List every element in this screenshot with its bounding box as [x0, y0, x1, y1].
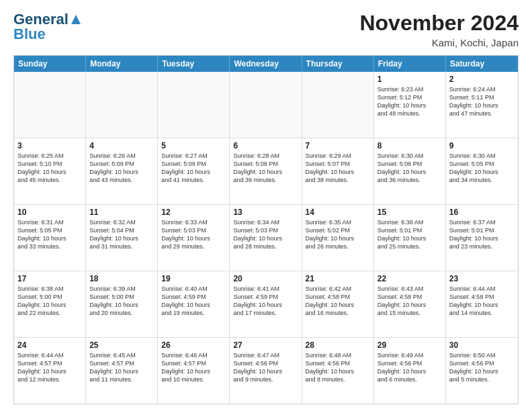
cell-info-5: Sunrise: 6:27 AM Sunset: 5:09 PM Dayligh… — [161, 152, 226, 185]
week-row-1: 3Sunrise: 6:25 AM Sunset: 5:10 PM Daylig… — [14, 138, 518, 205]
cell-2-1: 11Sunrise: 6:32 AM Sunset: 5:04 PM Dayli… — [86, 205, 158, 271]
subtitle: Kami, Kochi, Japan — [359, 37, 519, 48]
cell-0-2 — [158, 72, 230, 138]
cell-4-0: 24Sunrise: 6:44 AM Sunset: 4:57 PM Dayli… — [14, 338, 86, 404]
col-saturday: Saturday — [446, 56, 518, 72]
day-number-2: 2 — [449, 75, 515, 84]
cell-info-26: Sunrise: 6:46 AM Sunset: 4:57 PM Dayligh… — [161, 351, 226, 384]
day-number-28: 28 — [306, 340, 370, 350]
cell-4-3: 27Sunrise: 6:47 AM Sunset: 4:56 PM Dayli… — [230, 338, 302, 404]
cell-info-16: Sunrise: 6:37 AM Sunset: 5:01 PM Dayligh… — [449, 218, 515, 251]
col-thursday: Thursday — [302, 56, 374, 72]
cell-info-22: Sunrise: 6:43 AM Sunset: 4:58 PM Dayligh… — [378, 285, 442, 318]
cell-3-3: 20Sunrise: 6:41 AM Sunset: 4:59 PM Dayli… — [230, 271, 302, 337]
cell-1-6: 9Sunrise: 6:30 AM Sunset: 5:05 PM Daylig… — [446, 138, 518, 204]
cell-info-23: Sunrise: 6:44 AM Sunset: 4:58 PM Dayligh… — [449, 285, 515, 318]
cell-info-11: Sunrise: 6:32 AM Sunset: 5:04 PM Dayligh… — [89, 218, 154, 251]
day-number-27: 27 — [233, 340, 298, 350]
cell-1-2: 5Sunrise: 6:27 AM Sunset: 5:09 PM Daylig… — [158, 138, 230, 204]
cell-3-4: 21Sunrise: 6:42 AM Sunset: 4:58 PM Dayli… — [302, 271, 374, 337]
day-number-17: 17 — [17, 274, 82, 283]
day-number-13: 13 — [233, 208, 298, 217]
day-number-6: 6 — [233, 141, 298, 150]
cell-info-25: Sunrise: 6:45 AM Sunset: 4:57 PM Dayligh… — [89, 351, 154, 384]
cell-info-6: Sunrise: 6:28 AM Sunset: 5:08 PM Dayligh… — [233, 152, 298, 185]
calendar-header: Sunday Monday Tuesday Wednesday Thursday… — [14, 56, 518, 72]
cell-4-2: 26Sunrise: 6:46 AM Sunset: 4:57 PM Dayli… — [158, 338, 230, 404]
day-number-21: 21 — [306, 274, 370, 283]
cell-1-3: 6Sunrise: 6:28 AM Sunset: 5:08 PM Daylig… — [230, 138, 302, 204]
day-number-3: 3 — [17, 141, 82, 150]
cell-info-21: Sunrise: 6:42 AM Sunset: 4:58 PM Dayligh… — [306, 285, 370, 318]
cell-info-15: Sunrise: 6:36 AM Sunset: 5:01 PM Dayligh… — [378, 218, 442, 251]
cell-2-6: 16Sunrise: 6:37 AM Sunset: 5:01 PM Dayli… — [446, 205, 518, 271]
day-number-16: 16 — [449, 208, 515, 217]
cell-0-1 — [86, 72, 158, 138]
cell-info-30: Sunrise: 6:50 AM Sunset: 4:56 PM Dayligh… — [449, 351, 515, 384]
cell-0-0 — [14, 72, 86, 138]
cell-info-14: Sunrise: 6:35 AM Sunset: 5:02 PM Dayligh… — [306, 218, 370, 251]
cell-info-1: Sunrise: 6:23 AM Sunset: 5:12 PM Dayligh… — [378, 85, 442, 118]
cell-info-24: Sunrise: 6:44 AM Sunset: 4:57 PM Dayligh… — [17, 351, 82, 384]
day-number-23: 23 — [449, 274, 515, 283]
svg-marker-0 — [71, 15, 81, 24]
day-number-8: 8 — [378, 141, 442, 150]
day-number-22: 22 — [378, 274, 442, 283]
cell-info-8: Sunrise: 6:30 AM Sunset: 5:06 PM Dayligh… — [378, 152, 442, 185]
cell-1-5: 8Sunrise: 6:30 AM Sunset: 5:06 PM Daylig… — [374, 138, 446, 204]
logo: General Blue — [13, 11, 82, 43]
day-number-14: 14 — [306, 208, 370, 217]
cell-0-4 — [302, 72, 374, 138]
day-number-9: 9 — [449, 141, 515, 150]
day-number-18: 18 — [89, 274, 154, 283]
cell-info-28: Sunrise: 6:48 AM Sunset: 4:56 PM Dayligh… — [306, 351, 370, 384]
cell-2-0: 10Sunrise: 6:31 AM Sunset: 5:05 PM Dayli… — [14, 205, 86, 271]
calendar-body: 1Sunrise: 6:23 AM Sunset: 5:12 PM Daylig… — [14, 72, 518, 404]
cell-1-4: 7Sunrise: 6:29 AM Sunset: 5:07 PM Daylig… — [302, 138, 374, 204]
cell-info-3: Sunrise: 6:25 AM Sunset: 5:10 PM Dayligh… — [17, 152, 82, 185]
col-tuesday: Tuesday — [158, 56, 230, 72]
calendar: Sunday Monday Tuesday Wednesday Thursday… — [13, 55, 519, 404]
cell-1-0: 3Sunrise: 6:25 AM Sunset: 5:10 PM Daylig… — [14, 138, 86, 204]
cell-2-4: 14Sunrise: 6:35 AM Sunset: 5:02 PM Dayli… — [302, 205, 374, 271]
week-row-2: 10Sunrise: 6:31 AM Sunset: 5:05 PM Dayli… — [14, 205, 518, 271]
day-number-12: 12 — [161, 208, 226, 217]
day-number-30: 30 — [449, 340, 515, 350]
day-number-24: 24 — [17, 340, 82, 350]
title-block: November 2024 Kami, Kochi, Japan — [359, 11, 519, 48]
day-number-15: 15 — [378, 208, 442, 217]
day-number-11: 11 — [89, 208, 154, 217]
week-row-0: 1Sunrise: 6:23 AM Sunset: 5:12 PM Daylig… — [14, 72, 518, 138]
cell-info-12: Sunrise: 6:33 AM Sunset: 5:03 PM Dayligh… — [161, 218, 226, 251]
cell-info-7: Sunrise: 6:29 AM Sunset: 5:07 PM Dayligh… — [306, 152, 370, 185]
logo-icon — [70, 13, 82, 26]
week-row-4: 24Sunrise: 6:44 AM Sunset: 4:57 PM Dayli… — [14, 338, 518, 404]
cell-info-27: Sunrise: 6:47 AM Sunset: 4:56 PM Dayligh… — [233, 351, 298, 384]
page: General Blue November 2024 Kami, Kochi, … — [0, 0, 532, 411]
day-number-7: 7 — [306, 141, 370, 150]
cell-1-1: 4Sunrise: 6:26 AM Sunset: 5:09 PM Daylig… — [86, 138, 158, 204]
cell-info-2: Sunrise: 6:24 AM Sunset: 5:11 PM Dayligh… — [449, 85, 515, 118]
cell-info-29: Sunrise: 6:49 AM Sunset: 4:56 PM Dayligh… — [378, 351, 442, 384]
cell-2-5: 15Sunrise: 6:36 AM Sunset: 5:01 PM Dayli… — [374, 205, 446, 271]
cell-4-4: 28Sunrise: 6:48 AM Sunset: 4:56 PM Dayli… — [302, 338, 374, 404]
week-row-3: 17Sunrise: 6:38 AM Sunset: 5:00 PM Dayli… — [14, 271, 518, 338]
header: General Blue November 2024 Kami, Kochi, … — [13, 11, 519, 48]
col-sunday: Sunday — [14, 56, 86, 72]
cell-4-5: 29Sunrise: 6:49 AM Sunset: 4:56 PM Dayli… — [374, 338, 446, 404]
cell-info-9: Sunrise: 6:30 AM Sunset: 5:05 PM Dayligh… — [449, 152, 515, 185]
cell-0-6: 2Sunrise: 6:24 AM Sunset: 5:11 PM Daylig… — [446, 72, 518, 138]
cell-0-3 — [230, 72, 302, 138]
cell-4-1: 25Sunrise: 6:45 AM Sunset: 4:57 PM Dayli… — [86, 338, 158, 404]
day-number-26: 26 — [161, 340, 226, 350]
cell-3-0: 17Sunrise: 6:38 AM Sunset: 5:00 PM Dayli… — [14, 271, 86, 337]
cell-2-3: 13Sunrise: 6:34 AM Sunset: 5:03 PM Dayli… — [230, 205, 302, 271]
col-wednesday: Wednesday — [230, 56, 302, 72]
cell-info-17: Sunrise: 6:38 AM Sunset: 5:00 PM Dayligh… — [17, 285, 82, 318]
cell-info-19: Sunrise: 6:40 AM Sunset: 4:59 PM Dayligh… — [161, 285, 226, 318]
cell-info-20: Sunrise: 6:41 AM Sunset: 4:59 PM Dayligh… — [233, 285, 298, 318]
cell-3-6: 23Sunrise: 6:44 AM Sunset: 4:58 PM Dayli… — [446, 271, 518, 337]
cell-3-2: 19Sunrise: 6:40 AM Sunset: 4:59 PM Dayli… — [158, 271, 230, 337]
col-friday: Friday — [374, 56, 446, 72]
cell-3-1: 18Sunrise: 6:39 AM Sunset: 5:00 PM Dayli… — [86, 271, 158, 337]
